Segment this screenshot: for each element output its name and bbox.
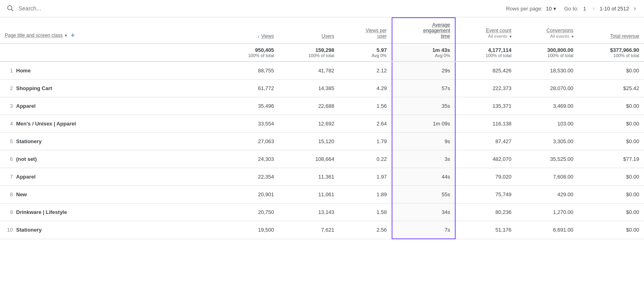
summary-name-cell bbox=[0, 43, 219, 62]
conversions-dropdown-icon[interactable]: ▾ bbox=[572, 34, 574, 39]
row-users: 7,621 bbox=[279, 221, 339, 239]
col-event-sub: All events bbox=[488, 34, 508, 39]
row-total-revenue: $0.00 bbox=[578, 97, 644, 115]
goto-label: Go to: bbox=[564, 6, 578, 12]
row-vpu: 2.56 bbox=[339, 221, 392, 239]
row-avg-engagement: 3s bbox=[392, 150, 455, 168]
sort-arrow-icon: ↓ bbox=[257, 33, 260, 39]
row-vpu: 0.22 bbox=[339, 150, 392, 168]
row-name-cell: 10 Stationery bbox=[0, 221, 219, 239]
row-total-revenue: $0.00 bbox=[578, 203, 644, 221]
row-users: 12,692 bbox=[279, 115, 339, 133]
row-conversions: 3,305.00 bbox=[516, 133, 578, 150]
search-input[interactable] bbox=[19, 5, 501, 12]
row-views: 88,755 bbox=[219, 62, 279, 80]
row-avg-engagement: 1m 09s bbox=[392, 115, 455, 133]
row-users: 11,061 bbox=[279, 186, 339, 203]
table-row: 5 Stationery 27,063 15,120 1.79 9s 87,42… bbox=[0, 133, 644, 150]
row-total-revenue: $77.19 bbox=[578, 150, 644, 168]
row-total-revenue: $25.42 bbox=[578, 80, 644, 97]
col-header-conversions[interactable]: Conversions All events ▾ bbox=[516, 18, 578, 43]
summary-users: 159,298 100% of total bbox=[279, 43, 339, 62]
row-views: 61,772 bbox=[219, 80, 279, 97]
summary-total-revenue: $377,966.90 100% of total bbox=[578, 43, 644, 62]
row-avg-engagement: 35s bbox=[392, 97, 455, 115]
col-header-views-per-user[interactable]: Views peruser bbox=[339, 18, 392, 43]
row-conversions: 35,525.00 bbox=[516, 150, 578, 168]
row-users: 11,361 bbox=[279, 168, 339, 186]
table-row: 2 Shopping Cart 61,772 14,385 4.29 57s 2… bbox=[0, 80, 644, 97]
col-header-views[interactable]: ↓Views bbox=[219, 18, 279, 43]
col-header-name[interactable]: Page title and screen class ▾ + bbox=[0, 18, 219, 43]
data-table-wrap: Page title and screen class ▾ + ↓Views U… bbox=[0, 17, 644, 239]
table-row: 4 Men's / Unisex | Apparel 33,554 12,692… bbox=[0, 115, 644, 133]
row-event-count: 825,426 bbox=[455, 62, 516, 80]
col-vpu-label: Views peruser bbox=[365, 28, 386, 39]
row-vpu: 1.58 bbox=[339, 203, 392, 221]
summary-vpu: 5.97 Avg 0% bbox=[339, 43, 392, 62]
row-event-count: 482,070 bbox=[455, 150, 516, 168]
col-event-label: Event count bbox=[486, 28, 511, 33]
summary-event-count: 4,177,114 100% of total bbox=[455, 43, 516, 62]
row-avg-engagement: 55s bbox=[392, 186, 455, 203]
row-conversions: 429.00 bbox=[516, 186, 578, 203]
row-users: 14,385 bbox=[279, 80, 339, 97]
rows-per-page-select[interactable]: 10 ▾ bbox=[546, 6, 556, 12]
col-header-total-revenue[interactable]: Total revenue bbox=[578, 18, 644, 43]
row-vpu: 2.12 bbox=[339, 62, 392, 80]
row-name-cell: 7 Apparel bbox=[0, 168, 219, 186]
prev-page-button[interactable]: ‹ bbox=[591, 3, 596, 14]
rows-dropdown-arrow: ▾ bbox=[553, 6, 556, 12]
row-users: 13,143 bbox=[279, 203, 339, 221]
add-dimension-button[interactable]: + bbox=[70, 32, 76, 39]
col-header-avg-engagement[interactable]: Averageengagementtime bbox=[392, 18, 455, 43]
row-views: 27,063 bbox=[219, 133, 279, 150]
next-page-button[interactable]: › bbox=[632, 3, 638, 14]
row-conversions: 3,469.00 bbox=[516, 97, 578, 115]
col-name-label: Page title and screen class bbox=[5, 33, 62, 38]
row-name-cell: 8 New bbox=[0, 186, 219, 203]
col-conv-label: Conversions bbox=[547, 28, 574, 33]
col-avg-label: Averageengagementtime bbox=[423, 22, 450, 39]
summary-views: 950,405 100% of total bbox=[219, 43, 279, 62]
table-row: 1 Home 88,755 41,782 2.12 29s 825,426 18… bbox=[0, 62, 644, 80]
search-icon bbox=[6, 4, 14, 13]
row-event-count: 51,176 bbox=[455, 221, 516, 239]
row-name-cell: 6 (not set) bbox=[0, 150, 219, 168]
row-views: 24,303 bbox=[219, 150, 279, 168]
row-avg-engagement: 9s bbox=[392, 133, 455, 150]
col-conv-sub: All events bbox=[550, 34, 569, 39]
row-conversions: 18,530.00 bbox=[516, 62, 578, 80]
row-vpu: 1.56 bbox=[339, 97, 392, 115]
row-name-cell: 2 Shopping Cart bbox=[0, 80, 219, 97]
table-row: 10 Stationery 19,500 7,621 2.56 7s 51,17… bbox=[0, 221, 644, 239]
row-event-count: 80,236 bbox=[455, 203, 516, 221]
row-users: 15,120 bbox=[279, 133, 339, 150]
col-name-dropdown[interactable]: ▾ bbox=[65, 33, 67, 38]
row-views: 20,750 bbox=[219, 203, 279, 221]
event-count-dropdown-icon[interactable]: ▾ bbox=[510, 34, 512, 39]
table-row: 7 Apparel 22,354 11,361 1.97 44s 79,020 … bbox=[0, 168, 644, 186]
row-name-cell: 1 Home bbox=[0, 62, 219, 80]
table-row: 3 Apparel 35,496 22,688 1.56 35s 135,371… bbox=[0, 97, 644, 115]
row-total-revenue: $0.00 bbox=[578, 115, 644, 133]
page-info: 1-10 of 2512 bbox=[600, 6, 629, 12]
table-row: 6 (not set) 24,303 108,664 0.22 3s 482,0… bbox=[0, 150, 644, 168]
row-avg-engagement: 7s bbox=[392, 221, 455, 239]
row-avg-engagement: 29s bbox=[392, 62, 455, 80]
col-header-users[interactable]: Users bbox=[279, 18, 339, 43]
row-conversions: 103.00 bbox=[516, 115, 578, 133]
table-row: 9 Drinkware | Lifestyle 20,750 13,143 1.… bbox=[0, 203, 644, 221]
header-row: Page title and screen class ▾ + ↓Views U… bbox=[0, 18, 644, 43]
table-row: 8 New 20,901 11,061 1.89 55s 75,749 429.… bbox=[0, 186, 644, 203]
row-event-count: 222,373 bbox=[455, 80, 516, 97]
col-rev-label: Total revenue bbox=[610, 33, 639, 39]
row-conversions: 28,070.00 bbox=[516, 80, 578, 97]
row-users: 108,664 bbox=[279, 150, 339, 168]
row-views: 22,354 bbox=[219, 168, 279, 186]
col-views-label: Views bbox=[261, 33, 274, 39]
row-name-cell: 4 Men's / Unisex | Apparel bbox=[0, 115, 219, 133]
row-views: 19,500 bbox=[219, 221, 279, 239]
row-users: 22,688 bbox=[279, 97, 339, 115]
col-header-event-count[interactable]: Event count All events ▾ bbox=[455, 18, 516, 43]
